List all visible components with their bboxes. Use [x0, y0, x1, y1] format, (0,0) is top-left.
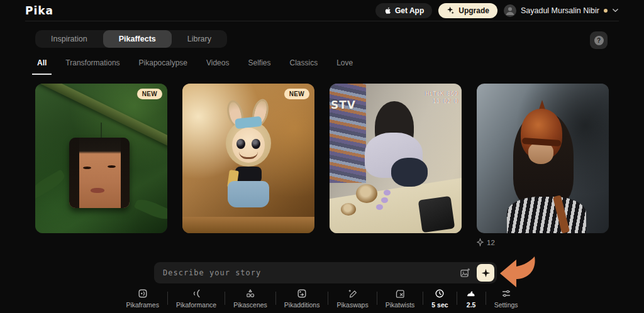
filter-pikapocalypse[interactable]: Pikapocalypse: [138, 58, 189, 75]
card-art-eye: [108, 165, 116, 168]
tool-label: Pikascenes: [233, 301, 267, 309]
bottom-toolbar: Pikaframes Pikaformance Pikascenes Pikad…: [0, 287, 644, 313]
tool-label: Pikaframes: [126, 301, 159, 309]
card-art-table: [182, 217, 314, 233]
main-tabs: Inspiration Pikaffects Library: [35, 30, 227, 48]
pika-logo: Pika: [25, 4, 53, 17]
card-art: [477, 84, 609, 233]
tool-label: Pikatwists: [386, 301, 415, 309]
card-art-shirt: [507, 197, 586, 233]
tab-inspiration[interactable]: Inspiration: [35, 30, 103, 48]
filter-videos[interactable]: Videos: [205, 58, 230, 75]
card-art: [182, 84, 314, 233]
generate-button[interactable]: [477, 264, 494, 282]
prompt-input[interactable]: [163, 268, 457, 277]
tool-settings[interactable]: Settings: [486, 287, 526, 309]
cctv-osd-line2: 13 02 0: [426, 97, 458, 105]
performance-icon: [191, 288, 201, 299]
apple-icon: [384, 6, 391, 15]
clapper-twist-icon: [395, 288, 405, 299]
pika-app: Pika Get App Upgrade Sayadul Mursalin Ni…: [0, 0, 644, 313]
clock-icon: [435, 288, 445, 299]
additions-icon: [297, 288, 307, 299]
tool-model-version[interactable]: 2.5: [457, 287, 486, 309]
tool-pikaframes[interactable]: Pikaframes: [118, 287, 167, 309]
tool-label: Settings: [494, 301, 518, 309]
help-button[interactable]: ?: [590, 31, 608, 49]
tab-pikaffects[interactable]: Pikaffects: [103, 30, 172, 48]
card-art-leaf: [35, 169, 67, 199]
attach-image-button[interactable]: [457, 265, 473, 281]
filter-transformations[interactable]: Transformations: [64, 58, 121, 75]
tool-duration[interactable]: 5 sec: [423, 287, 456, 309]
status-dot: [604, 9, 608, 13]
card-art-lips: [91, 188, 104, 193]
filter-love[interactable]: Love: [335, 58, 354, 75]
question-mark-icon: ?: [594, 36, 604, 45]
avatar: [504, 4, 516, 17]
filter-selfies[interactable]: Selfies: [247, 58, 272, 75]
effect-card-cctv[interactable]: STV HiTeK 869 13 02 0: [330, 84, 462, 233]
user-menu[interactable]: Sayadul Mursalin Nibir: [504, 4, 619, 17]
cctv-osd-text: HiTeK 869 13 02 0: [426, 90, 458, 105]
shapes-icon: [245, 288, 255, 299]
image-plus-icon: [460, 268, 470, 278]
cctv-osd-line1: HiTeK 869: [426, 90, 458, 97]
user-name: Sayadul Mursalin Nibir: [521, 6, 599, 15]
tool-pikascenes[interactable]: Pikascenes: [225, 287, 275, 309]
card-art-macaron: [376, 204, 383, 210]
card-art-macaron: [381, 197, 388, 203]
header-actions: Get App Upgrade Sayadul Mursalin Nibir: [375, 3, 619, 18]
new-badge: NEW: [137, 89, 162, 99]
card-art-eye: [83, 167, 91, 169]
tool-pikaformance[interactable]: Pikaformance: [168, 287, 225, 309]
card-art-leaf: [134, 196, 167, 223]
get-app-button[interactable]: Get App: [375, 3, 432, 18]
pen-swap-icon: [348, 288, 358, 299]
tool-pikadditions[interactable]: Pikadditions: [276, 287, 328, 309]
card-art-pants: [228, 181, 269, 207]
tool-pikatwists[interactable]: Pikatwists: [377, 287, 423, 309]
card-art-register: [418, 196, 455, 233]
card-art-eye: [252, 139, 260, 149]
sparkle-icon: [447, 6, 455, 14]
sliders-icon: [501, 288, 511, 299]
tool-label: Pikadditions: [284, 301, 320, 309]
effect-card-bronze-mask[interactable]: [477, 84, 609, 233]
card-art-basket: [341, 203, 356, 216]
effects-grid: NEW NEW: [35, 84, 609, 233]
card-art-macaron: [384, 190, 391, 195]
card-art-chin: [528, 143, 553, 164]
effect-card-doll[interactable]: NEW: [182, 84, 314, 233]
card-art-eye: [236, 139, 245, 149]
prompt-bar: [154, 262, 497, 283]
cctv-watermark-text: STV: [331, 99, 356, 111]
sparkle-outline-icon: [477, 238, 484, 246]
header: Pika Get App Upgrade Sayadul Mursalin Ni…: [0, 0, 644, 21]
sparkle-icon: [481, 268, 491, 278]
card-art-jacket: [391, 158, 428, 187]
card-art: [35, 84, 167, 233]
filter-tabs: All Transformations Pikapocalypse Videos…: [36, 58, 354, 75]
tab-library[interactable]: Library: [172, 30, 227, 48]
tool-label: Pikaswaps: [336, 301, 368, 309]
filter-classics[interactable]: Classics: [289, 58, 319, 75]
credit-count-row: 12: [477, 238, 495, 246]
card-art-basket: [356, 184, 377, 203]
upgrade-button[interactable]: Upgrade: [438, 3, 497, 18]
get-app-label: Get App: [395, 6, 424, 15]
chevron-down-icon: [612, 7, 619, 14]
tool-pikaswaps[interactable]: Pikaswaps: [328, 287, 376, 309]
tool-label: 5 sec: [431, 301, 448, 309]
tool-label: 2.5: [467, 301, 476, 309]
header-divider: [25, 21, 619, 21]
new-badge: NEW: [284, 89, 309, 99]
card-art-face: [69, 138, 130, 208]
filter-all[interactable]: All: [32, 58, 52, 75]
card-art: STV HiTeK 869 13 02 0: [330, 84, 462, 233]
effect-card-jungle-face[interactable]: NEW: [35, 84, 167, 233]
annotation-arrow: [499, 256, 538, 290]
frames-icon: [138, 288, 148, 299]
tool-label: Pikaformance: [176, 301, 216, 309]
rabbit-icon: [465, 288, 477, 299]
